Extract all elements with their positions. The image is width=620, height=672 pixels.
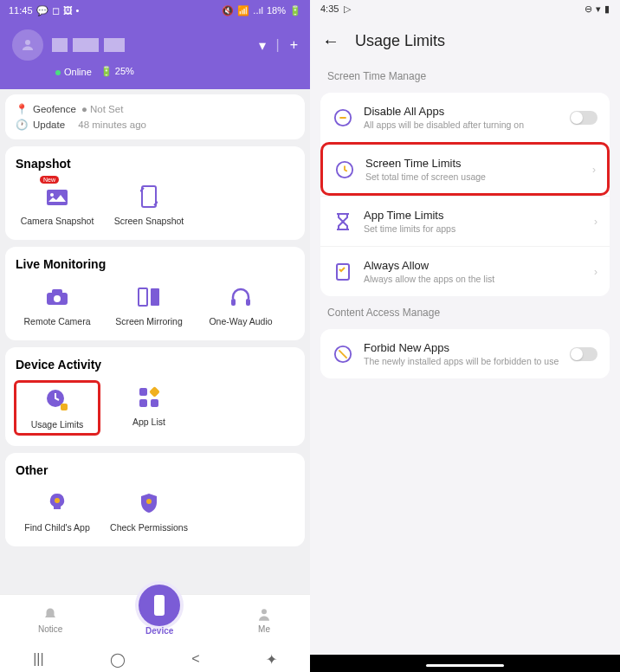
- lightbulb-icon: [43, 489, 71, 517]
- svg-rect-9: [231, 299, 236, 306]
- camera-snapshot-icon: [43, 183, 71, 210]
- back-button[interactable]: <: [191, 651, 199, 667]
- disable-icon: [333, 107, 353, 128]
- svg-rect-12: [61, 404, 68, 410]
- screen-time-limits-row[interactable]: Screen Time Limits Set total time of scr…: [322, 144, 608, 194]
- app-time-limits-row[interactable]: App Time Limits Set time limits for apps…: [320, 196, 610, 246]
- svg-rect-8: [151, 288, 159, 306]
- section-title: Live Monitoring: [14, 257, 296, 271]
- status-icon: 🖼: [63, 5, 73, 16]
- nav-me[interactable]: Me: [256, 607, 272, 634]
- check-permissions-tile[interactable]: Check Permissions: [106, 486, 192, 536]
- usage-limits-tile[interactable]: Usage Limits: [14, 380, 100, 436]
- battery-pct: 18%: [267, 5, 286, 16]
- geofence-icon: 📍: [16, 103, 28, 115]
- android-nav-bar: ||| ◯ < ✦: [0, 646, 310, 672]
- status-time: 11:45: [9, 5, 33, 16]
- online-status: Online: [55, 67, 92, 77]
- headphones-icon: [227, 283, 255, 311]
- add-button[interactable]: +: [290, 37, 298, 54]
- disable-all-apps-row[interactable]: Disable All Apps All apps will be disabl…: [320, 93, 610, 142]
- nav-device[interactable]: Device: [139, 605, 180, 636]
- find-child-app-tile[interactable]: Find Child's App: [14, 486, 100, 536]
- status-icon: ◻: [52, 5, 60, 16]
- one-way-audio-tile[interactable]: One-Way Audio: [197, 280, 284, 330]
- profile-header: ▾ | + Online 🔋 25%: [0, 21, 310, 89]
- forbid-new-apps-row[interactable]: Forbid New Apps The newly installed apps…: [320, 329, 610, 378]
- wifi-icon: 📶: [237, 5, 249, 16]
- signal-icon: ..ıl: [253, 5, 263, 16]
- device-fab-icon: [139, 585, 180, 626]
- remote-camera-tile[interactable]: Remote Camera: [14, 280, 100, 330]
- home-indicator[interactable]: [426, 664, 504, 667]
- clock-icon: 🕐: [16, 119, 28, 131]
- svg-rect-10: [246, 299, 250, 306]
- section-title: Snapshot: [14, 157, 296, 171]
- new-badge: New: [40, 176, 59, 184]
- dnd-icon: ⊖: [584, 3, 592, 15]
- svg-point-17: [55, 498, 60, 503]
- nav-notice[interactable]: Notice: [38, 607, 62, 634]
- battery-icon: 🔋: [289, 5, 301, 16]
- avatar[interactable]: [12, 29, 43, 61]
- svg-rect-19: [154, 595, 165, 616]
- page-title: Usage Limits: [355, 32, 445, 50]
- section-label: Content Access Manage: [310, 301, 620, 324]
- live-monitoring-card: Live Monitoring Remote Camera Screen Mir…: [5, 247, 305, 340]
- home-button[interactable]: ◯: [110, 651, 126, 668]
- usage-limits-icon: [43, 386, 71, 414]
- svg-rect-15: [139, 399, 147, 407]
- section-title: Other: [14, 463, 296, 477]
- shield-icon: [135, 489, 163, 517]
- svg-point-2: [50, 193, 54, 197]
- checklist-icon: [333, 262, 353, 282]
- wifi-icon: ▾: [596, 3, 601, 15]
- screen-snapshot-tile[interactable]: Screen Snapshot: [106, 179, 192, 229]
- device-battery: 🔋 25%: [100, 66, 134, 77]
- app-list-icon: [135, 384, 163, 411]
- svg-point-18: [146, 499, 152, 504]
- svg-rect-3: [142, 186, 156, 207]
- accessibility-button[interactable]: ✦: [266, 651, 277, 668]
- mirror-icon: [135, 283, 163, 311]
- toggle-switch[interactable]: [570, 111, 597, 125]
- status-bar: 4:35 ▷ ⊖ ▾ ▮: [310, 0, 620, 17]
- recent-apps-button[interactable]: |||: [33, 651, 43, 667]
- svg-rect-16: [151, 399, 158, 407]
- camera-snapshot-tile[interactable]: New Camera Snapshot: [14, 179, 100, 229]
- battery-icon: ▮: [604, 3, 610, 15]
- chevron-right-icon: ›: [594, 266, 597, 278]
- bottom-nav: Notice Device Me: [0, 594, 310, 646]
- svg-rect-14: [149, 386, 160, 397]
- screen-snapshot-icon: [135, 183, 163, 210]
- chevron-right-icon: ›: [592, 164, 596, 176]
- divider: |: [276, 37, 280, 54]
- dropdown-button[interactable]: ▾: [259, 37, 266, 54]
- svg-point-20: [262, 609, 267, 614]
- forbid-icon: [333, 344, 353, 365]
- screen-time-card: Disable All Apps All apps will be disabl…: [320, 93, 610, 296]
- profile-name-redacted: [52, 38, 125, 52]
- section-title: Device Activity: [14, 358, 296, 372]
- always-allow-row[interactable]: Always Allow Always allow the apps on th…: [320, 246, 610, 296]
- status-bar: 11:45 💬 ◻ 🖼 • 🔇 📶 ..ıl 18% 🔋: [0, 0, 310, 21]
- app-list-tile[interactable]: App List: [106, 380, 192, 436]
- toggle-switch[interactable]: [570, 347, 597, 361]
- back-button[interactable]: ←: [322, 31, 339, 51]
- svg-point-6: [54, 295, 61, 302]
- section-label: Screen Time Manage: [310, 65, 620, 87]
- status-more: •: [76, 5, 80, 16]
- svg-rect-7: [139, 288, 147, 306]
- snapshot-card: Snapshot New Camera Snapshot Screen Snap…: [5, 146, 305, 240]
- svg-point-0: [25, 40, 30, 45]
- svg-rect-23: [337, 264, 349, 280]
- clock-icon: [334, 159, 355, 180]
- device-activity-card: Device Activity Usage Limits App List: [5, 347, 305, 446]
- svg-rect-13: [139, 388, 147, 396]
- hourglass-icon: [333, 211, 353, 232]
- screen-mirroring-tile[interactable]: Screen Mirroring: [106, 280, 192, 330]
- content-access-card: Forbid New Apps The newly installed apps…: [320, 329, 610, 378]
- svg-rect-5: [52, 289, 62, 294]
- mute-icon: 🔇: [222, 5, 234, 16]
- play-icon: ▷: [344, 3, 351, 15]
